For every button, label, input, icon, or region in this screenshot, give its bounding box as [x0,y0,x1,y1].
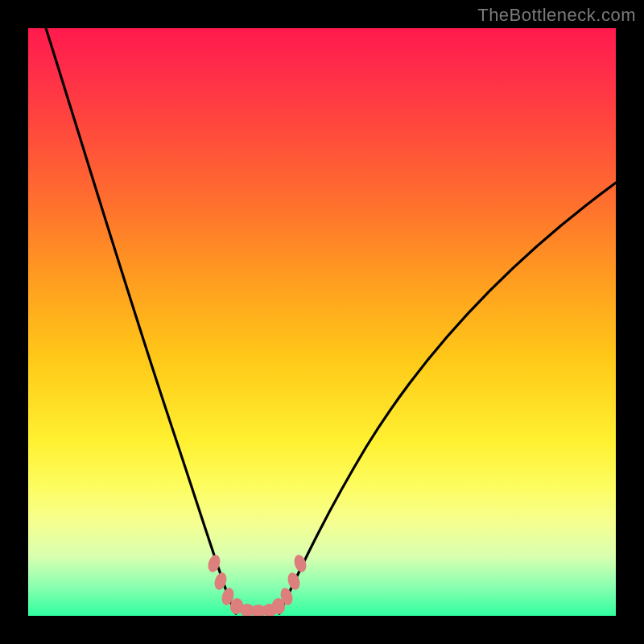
left-curve-path [46,28,236,613]
bottom-marker-group [206,553,308,616]
chart-svg [28,28,616,616]
right-curve-path [279,183,616,613]
marker-dot [286,571,302,591]
watermark-text: TheBottleneck.com [477,5,636,26]
chart-frame: TheBottleneck.com [0,0,644,644]
plot-area [28,28,616,616]
